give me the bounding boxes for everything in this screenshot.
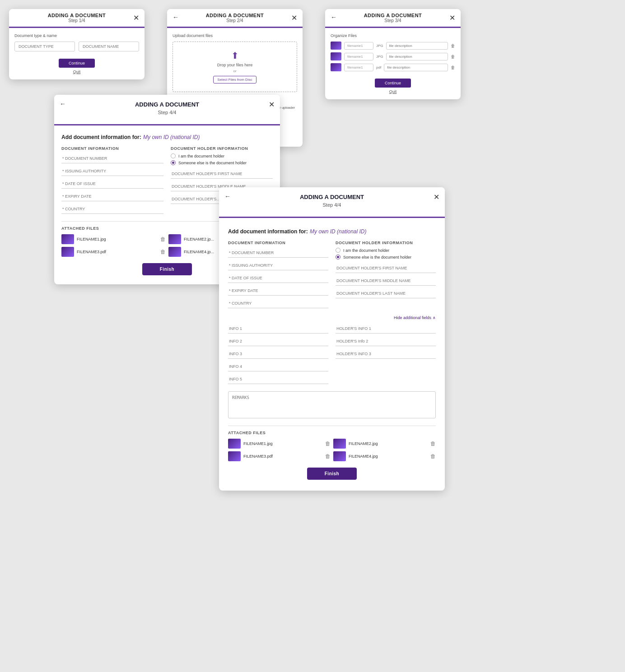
holder-info-label-medium: DOCUMENT HOLDER INFORMATION: [171, 146, 273, 151]
add-doc-text: Add document information for:: [61, 134, 141, 140]
file-delete-3-medium[interactable]: 🗑: [160, 249, 166, 255]
step4-medium-back-button[interactable]: ←: [60, 100, 66, 107]
file-item-1-medium: FILENAME1.jpg 🗑: [61, 234, 166, 244]
file-delete-3-large[interactable]: 🗑: [325, 453, 331, 459]
holder-middle-name-large[interactable]: [336, 276, 436, 286]
radio-self-label-large: I am the document holder: [343, 248, 389, 253]
radio-self-circle-medium: [171, 153, 176, 158]
step4-large-back-button[interactable]: ←: [224, 193, 231, 200]
date-of-issue-input-large[interactable]: [228, 273, 328, 283]
step2-close-button[interactable]: ✕: [291, 14, 297, 22]
radio-other-circle-medium: [171, 160, 176, 165]
expiry-date-input-large[interactable]: [228, 286, 328, 296]
file-name-input-2[interactable]: [344, 53, 373, 60]
step2-back-button[interactable]: ←: [173, 14, 179, 21]
remarks-textarea[interactable]: [228, 391, 436, 418]
info4-input[interactable]: [228, 362, 328, 371]
info5-input[interactable]: [228, 375, 328, 384]
step3-modal: ADDING A DOCUMENT Step 3/4 ← ✕ Organize …: [325, 9, 461, 99]
step4-medium-col-left: DOCUMENT INFORMATION: [61, 146, 163, 217]
files-grid-large: FILENAME1.jpg 🗑 FILENAME2.jpg 🗑 FILENAME…: [228, 439, 436, 461]
step4-large-doc-info: Add document information for: My own ID …: [228, 227, 436, 235]
doc-number-input-large[interactable]: [228, 248, 328, 258]
radio-other-large[interactable]: Someone else is the document holder: [336, 255, 436, 260]
step4-large-body: Add document information for: My own ID …: [219, 218, 445, 491]
file-thumb-1: [331, 42, 341, 50]
file-name-3-large: FILENAME3.pdf: [243, 454, 322, 459]
step2-step: Step 2/4: [226, 18, 243, 23]
step4-large-col-right: DOCUMENT HOLDER INFORMATION I am the doc…: [336, 241, 436, 311]
step1-quit-button[interactable]: Quit: [59, 70, 95, 74]
file-delete-1-medium[interactable]: 🗑: [160, 236, 166, 242]
add-doc-text-large: Add document information for:: [228, 228, 308, 235]
radio-group-large: I am the document holder Someone else is…: [336, 248, 436, 260]
step4-large-finish-button[interactable]: Finish: [307, 468, 357, 480]
file-thumb-2-medium: [168, 234, 181, 244]
file-delete-button-2[interactable]: 🗑: [451, 54, 455, 59]
doc-number-input-medium[interactable]: [61, 154, 163, 163]
organize-label: Organize Files: [331, 33, 455, 38]
file-delete-button-3[interactable]: 🗑: [451, 65, 455, 70]
step3-quit-button[interactable]: Quit: [375, 89, 411, 94]
step4-medium-close-button[interactable]: ✕: [269, 100, 275, 109]
doc-name-large: My own ID (national ID): [310, 228, 366, 235]
file-delete-button-1[interactable]: 🗑: [451, 43, 455, 48]
file-thumb-3-medium: [61, 247, 74, 257]
hide-fields-label: Hide additional fields: [394, 315, 431, 320]
country-input-large[interactable]: [228, 299, 328, 308]
doc-name-input[interactable]: [79, 42, 139, 51]
expiry-date-input-medium[interactable]: [61, 192, 163, 201]
info2-input[interactable]: [228, 337, 328, 346]
file-name-4-large: FILENAME4.jpg: [349, 454, 428, 459]
step3-file-row-1: JPG 🗑: [331, 42, 455, 50]
file-delete-1-large[interactable]: 🗑: [325, 440, 331, 447]
select-files-button[interactable]: Select Files from Disc: [213, 76, 256, 83]
doc-name-medium: My own ID (national ID): [143, 134, 200, 140]
file-name-2-large: FILENAME2.jpg: [349, 441, 428, 446]
radio-self-medium[interactable]: I am the document holder: [171, 153, 273, 158]
step4-large-close-button[interactable]: ✕: [434, 193, 439, 201]
holders-info1-input[interactable]: [336, 324, 436, 334]
step3-back-button[interactable]: ←: [331, 14, 337, 21]
hide-fields-button[interactable]: Hide additional fields ∧: [228, 315, 436, 320]
file-item-1-large: FILENAME1.jpg 🗑: [228, 439, 331, 449]
file-ext-1: JPG: [376, 44, 383, 48]
holder-first-name-large[interactable]: [336, 264, 436, 273]
or-text: or: [181, 69, 289, 73]
doc-type-input[interactable]: [14, 42, 75, 51]
drop-text: Drop your files here: [181, 63, 289, 67]
upload-dropzone[interactable]: ⬆ Drop your files here or Select Files f…: [173, 42, 297, 92]
country-input-medium[interactable]: [61, 204, 163, 214]
step3-close-button[interactable]: ✕: [449, 14, 455, 22]
holders-info2-input[interactable]: [336, 337, 436, 346]
step3-continue-button[interactable]: Continue: [375, 79, 411, 88]
file-delete-4-large[interactable]: 🗑: [430, 453, 436, 459]
radio-self-label-medium: I am the document holder: [178, 154, 224, 158]
step1-close-button[interactable]: ✕: [133, 14, 139, 22]
attached-files-label-large: ATTACHED FILES: [228, 431, 436, 435]
step1-body: Document type & name Continue Quit: [9, 28, 145, 79]
file-name-input-3[interactable]: [344, 64, 373, 71]
issuing-authority-input-medium[interactable]: [61, 167, 163, 176]
step1-section-label: Document type & name: [14, 33, 139, 38]
file-ext-3: pdf: [376, 65, 381, 70]
date-of-issue-input-medium[interactable]: [61, 179, 163, 189]
file-desc-input-1[interactable]: [386, 42, 448, 50]
file-desc-input-2[interactable]: [386, 53, 448, 60]
holder-last-name-large[interactable]: [336, 289, 436, 298]
holder-first-name-medium[interactable]: [171, 169, 273, 179]
step4-large-col-left: DOCUMENT INFORMATION: [228, 241, 328, 311]
radio-other-medium[interactable]: Someone else is the document holder: [171, 160, 273, 165]
info1-input[interactable]: [228, 324, 328, 334]
file-desc-input-3[interactable]: [384, 64, 448, 71]
step4-medium-finish-button[interactable]: Finish: [142, 263, 192, 275]
info3-input[interactable]: [228, 349, 328, 359]
issuing-authority-input-large[interactable]: [228, 261, 328, 270]
holders-info3-input[interactable]: [336, 349, 436, 359]
step4-medium-title: ADDING A DOCUMENT: [135, 101, 199, 108]
file-delete-2-large[interactable]: 🗑: [430, 440, 436, 447]
step4-large-title: ADDING A DOCUMENT: [300, 194, 364, 200]
step1-continue-button[interactable]: Continue: [59, 59, 95, 68]
file-name-input-1[interactable]: [344, 42, 373, 50]
radio-self-large[interactable]: I am the document holder: [336, 248, 436, 253]
